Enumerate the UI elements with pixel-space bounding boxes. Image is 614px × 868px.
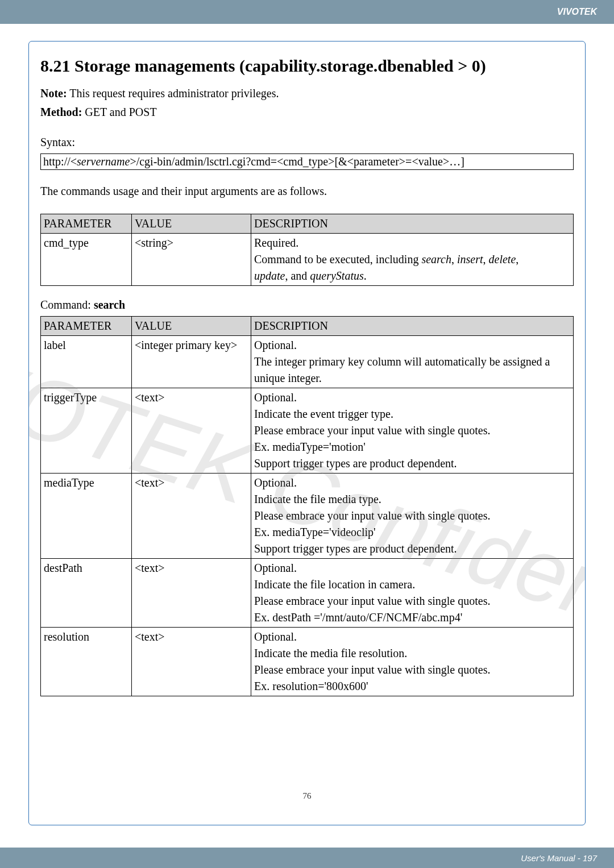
desc-text: queryStatus xyxy=(310,269,363,282)
cell-desc: Required. Command to be executed, includ… xyxy=(251,234,574,286)
syntax-label: Syntax: xyxy=(40,135,574,150)
syntax-server: servername xyxy=(77,155,130,168)
cell-value: <integer primary key> xyxy=(132,336,251,388)
table-commands: PARAMETER VALUE DESCRIPTION cmd_type <st… xyxy=(40,214,574,286)
syntax-box: http://<servername>/cgi-bin/admin/lsctrl… xyxy=(40,153,574,170)
footer-manual-text: User's Manual - 197 xyxy=(521,853,597,863)
cell-param: label xyxy=(41,336,132,388)
th-description: DESCRIPTION xyxy=(251,214,574,234)
table-row: cmd_type <string> Required. Command to b… xyxy=(41,234,574,286)
table-header-row: PARAMETER VALUE DESCRIPTION xyxy=(41,317,574,336)
command-line: Command: search xyxy=(40,297,574,313)
desc-text: , and xyxy=(285,269,310,282)
syntax-prefix: http://< xyxy=(43,155,77,168)
cell-desc: Optional.The integer primary key column … xyxy=(251,336,574,388)
table-row: label<integer primary key>Optional.The i… xyxy=(41,336,574,388)
note-text: This request requires administrator priv… xyxy=(67,87,279,99)
desc-text: update xyxy=(254,269,285,282)
header-band: VIVOTEK xyxy=(0,0,614,24)
command-prefix: Command: xyxy=(40,298,94,311)
table-search-params: PARAMETER VALUE DESCRIPTION label<intege… xyxy=(40,316,574,696)
th-value: VALUE xyxy=(132,214,251,234)
cell-value: <text> xyxy=(132,559,251,628)
inner-page-number: 76 xyxy=(303,791,312,801)
th-parameter: PARAMETER xyxy=(41,317,132,336)
command-name: search xyxy=(94,298,125,311)
table-row: mediaType<text>Optional.Indicate the fil… xyxy=(41,474,574,559)
cell-value: <text> xyxy=(132,474,251,559)
cell-value: <text> xyxy=(132,388,251,474)
cell-desc: Optional.Indicate the media file resolut… xyxy=(251,628,574,696)
table-row: resolution<text>Optional.Indicate the me… xyxy=(41,628,574,696)
cell-param: triggerType xyxy=(41,388,132,474)
content-frame: VIVOTEK Confidential 8.21 Storage manage… xyxy=(28,41,586,825)
method-text: GET and POST xyxy=(82,106,156,118)
page-body: VIVOTEK Confidential 8.21 Storage manage… xyxy=(0,24,614,825)
desc-text: Required. xyxy=(254,236,298,249)
cell-param: resolution xyxy=(41,628,132,696)
brand-text: VIVOTEK xyxy=(557,7,597,17)
syntax-suffix: >/cgi-bin/admin/lsctrl.cgi?cmd=<cmd_type… xyxy=(130,155,464,168)
desc-text: , xyxy=(516,253,518,265)
table-header-row: PARAMETER VALUE DESCRIPTION xyxy=(41,214,574,234)
cmds-usage-line: The commands usage and their input argum… xyxy=(40,184,574,199)
footer-band: User's Manual - 197 xyxy=(0,848,614,868)
method-label: Method: xyxy=(40,106,82,118)
section-title: 8.21 Storage managements (capability.sto… xyxy=(40,56,574,76)
cell-desc: Optional.Indicate the file location in c… xyxy=(251,559,574,628)
cell-param: mediaType xyxy=(41,474,132,559)
method-line: Method: GET and POST xyxy=(40,105,574,120)
desc-text: insert xyxy=(457,253,483,265)
cell-value: <string> xyxy=(132,234,251,286)
desc-text: . xyxy=(364,269,367,282)
desc-text: delete xyxy=(489,253,516,265)
table-row: triggerType<text>Optional.Indicate the e… xyxy=(41,388,574,474)
cell-param: cmd_type xyxy=(41,234,132,286)
th-parameter: PARAMETER xyxy=(41,214,132,234)
cell-value: <text> xyxy=(132,628,251,696)
desc-text: , xyxy=(483,253,489,265)
desc-text: search xyxy=(421,253,451,265)
note-label: Note: xyxy=(40,87,67,99)
table-row: destPath<text>Optional.Indicate the file… xyxy=(41,559,574,628)
cell-desc: Optional.Indicate the event trigger type… xyxy=(251,388,574,474)
note-line: Note: This request requires administrato… xyxy=(40,86,574,101)
th-description: DESCRIPTION xyxy=(251,317,574,336)
cell-param: destPath xyxy=(41,559,132,628)
cell-desc: Optional.Indicate the file media type.Pl… xyxy=(251,474,574,559)
desc-text: Command to be executed, including xyxy=(254,253,421,265)
desc-text: , xyxy=(451,253,457,265)
th-value: VALUE xyxy=(132,317,251,336)
